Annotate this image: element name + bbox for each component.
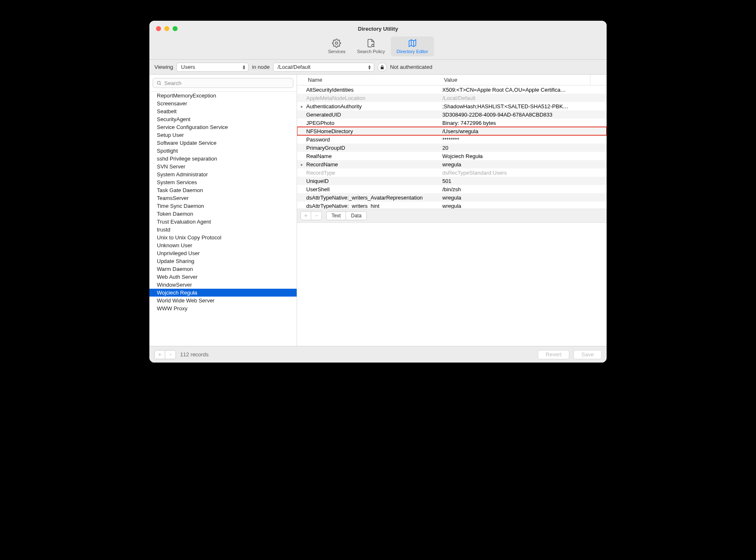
- close-window-button[interactable]: [156, 26, 161, 31]
- attribute-name: Password: [306, 136, 442, 143]
- detail-editor[interactable]: [297, 223, 607, 346]
- save-button[interactable]: Save: [573, 350, 602, 359]
- toolbar-item-search-policy[interactable]: Search Policy: [351, 37, 391, 56]
- list-item[interactable]: Time Sync Daemon: [149, 202, 297, 210]
- attribute-name: UserShell: [306, 186, 442, 192]
- attribute-name: JPEGPhoto: [306, 120, 442, 126]
- attribute-name: AltSecurityIdentities: [306, 87, 442, 93]
- list-item[interactable]: sshd Privilege separation: [149, 155, 297, 163]
- attribute-name: RealName: [306, 153, 442, 159]
- table-row[interactable]: ▸RecordNamewregula: [297, 160, 607, 168]
- attribute-name: RecordName: [306, 161, 442, 168]
- attribute-list[interactable]: AltSecurityIdentitiesX509:<T>CN=Apple Ro…: [297, 85, 607, 209]
- in-node-label: in node: [252, 64, 270, 70]
- toolbar-item-directory-editor[interactable]: Directory Editor: [391, 37, 434, 56]
- list-item[interactable]: SecurityAgent: [149, 115, 297, 123]
- attribute-value: wregula: [442, 161, 607, 168]
- user-list[interactable]: ReportMemoryExceptionScreensaverSeatbelt…: [149, 92, 297, 346]
- list-item[interactable]: Wojciech Reguła: [149, 289, 297, 297]
- search-input[interactable]: Search: [153, 78, 293, 88]
- column-header-name[interactable]: Name: [297, 77, 442, 83]
- table-row[interactable]: UniqueID501: [297, 177, 607, 185]
- lock-button[interactable]: [378, 63, 387, 72]
- list-item[interactable]: Web Auth Server: [149, 273, 297, 281]
- attribute-name: dsAttrTypeNative:_writers_hint: [306, 203, 442, 209]
- table-row[interactable]: RealNameWojciech Reguła: [297, 152, 607, 160]
- footer: ＋ － 112 records Revert Save: [149, 346, 607, 363]
- attribute-name: UniqueID: [306, 178, 442, 184]
- list-item[interactable]: Spotlight: [149, 147, 297, 155]
- list-item[interactable]: Screensaver: [149, 100, 297, 107]
- add-record-button[interactable]: ＋: [154, 350, 165, 359]
- zoom-window-button[interactable]: [173, 26, 178, 31]
- add-attribute-button[interactable]: ＋: [300, 211, 311, 220]
- svg-marker-2: [409, 40, 416, 47]
- list-item[interactable]: Warm Daemon: [149, 265, 297, 273]
- attribute-name: AuthenticationAuthority: [306, 103, 442, 110]
- list-item[interactable]: trustd: [149, 226, 297, 234]
- table-row[interactable]: dsAttrTypeNative:_writers_AvatarRepresen…: [297, 193, 607, 202]
- search-placeholder: Search: [164, 80, 181, 86]
- table-row[interactable]: AltSecurityIdentitiesX509:<T>CN=Apple Ro…: [297, 85, 607, 94]
- table-row[interactable]: ▸AuthenticationAuthority;ShadowHash;HASH…: [297, 102, 607, 110]
- attribute-name: RecordType: [306, 170, 442, 176]
- map-icon: [407, 38, 417, 48]
- list-item[interactable]: Token Daemon: [149, 210, 297, 218]
- list-item[interactable]: Seatbelt: [149, 107, 297, 115]
- table-row[interactable]: PrimaryGroupID20: [297, 144, 607, 152]
- list-item[interactable]: Setup User: [149, 131, 297, 139]
- list-item[interactable]: Unknown User: [149, 241, 297, 249]
- table-row[interactable]: JPEGPhotoBinary: 7472996 bytes: [297, 119, 607, 127]
- column-header-value[interactable]: Value: [442, 77, 590, 83]
- list-item[interactable]: Update Sharing: [149, 257, 297, 265]
- window: Directory Utility Services Search Policy…: [149, 21, 607, 363]
- disclosure-triangle-icon[interactable]: ▸: [297, 104, 306, 109]
- view-mode-data[interactable]: Data: [346, 211, 367, 220]
- list-item[interactable]: Unix to Unix Copy Protocol: [149, 234, 297, 241]
- list-item[interactable]: ReportMemoryException: [149, 92, 297, 100]
- list-item[interactable]: WWW Proxy: [149, 304, 297, 312]
- table-row[interactable]: GeneratedUID3D308490-22D8-4009-94AD-678A…: [297, 110, 607, 119]
- view-mode-text[interactable]: Text: [326, 211, 346, 220]
- revert-button[interactable]: Revert: [538, 350, 569, 359]
- table-row[interactable]: Password********: [297, 135, 607, 144]
- window-title: Directory Utility: [149, 26, 607, 32]
- node-select[interactable]: /Local/Default ▲▼: [273, 63, 374, 72]
- list-item[interactable]: Service Configuration Service: [149, 123, 297, 131]
- attribute-value: dsRecTypeStandard:Users: [442, 170, 607, 176]
- list-item[interactable]: TeamsServer: [149, 194, 297, 202]
- list-item[interactable]: Trust Evaluation Agent: [149, 218, 297, 226]
- column-header-actions: [590, 75, 607, 85]
- chevron-updown-icon: ▲▼: [239, 65, 246, 70]
- attribute-name: NFSHomeDirectory: [306, 128, 442, 134]
- disclosure-triangle-icon[interactable]: ▸: [297, 162, 306, 167]
- attribute-value: Wojciech Reguła: [442, 153, 607, 159]
- attribute-name: PrimaryGroupID: [306, 145, 442, 151]
- table-row[interactable]: UserShell/bin/zsh: [297, 185, 607, 193]
- minimize-window-button[interactable]: [164, 26, 169, 31]
- attribute-value: 3D308490-22D8-4009-94AD-678AA8CBD833: [442, 112, 607, 118]
- list-item[interactable]: System Services: [149, 178, 297, 186]
- list-item[interactable]: World Wide Web Server: [149, 297, 297, 304]
- list-item[interactable]: Unprivileged User: [149, 249, 297, 257]
- search-icon: [156, 80, 162, 86]
- remove-attribute-button[interactable]: －: [311, 211, 322, 220]
- list-item[interactable]: Software Update Service: [149, 139, 297, 147]
- toolbar-item-services[interactable]: Services: [322, 37, 351, 56]
- list-item[interactable]: WindowServer: [149, 281, 297, 289]
- attribute-value: wregula: [442, 203, 607, 209]
- table-row[interactable]: RecordTypedsRecTypeStandard:Users: [297, 168, 607, 177]
- remove-record-button[interactable]: －: [165, 350, 176, 359]
- list-item[interactable]: SVN Server: [149, 163, 297, 170]
- viewing-select[interactable]: Users ▲▼: [176, 63, 249, 72]
- list-item[interactable]: System Administrator: [149, 170, 297, 178]
- attribute-value: wregula: [442, 195, 607, 201]
- toolbar-label: Search Policy: [357, 49, 385, 54]
- attribute-value: /Local/Default: [442, 95, 607, 101]
- table-row[interactable]: dsAttrTypeNative:_writers_hintwregula: [297, 202, 607, 209]
- toolbar-label: Directory Editor: [397, 49, 428, 54]
- table-row[interactable]: NFSHomeDirectory/Users/wregula: [297, 127, 607, 135]
- list-item[interactable]: Task Gate Daemon: [149, 186, 297, 194]
- table-row[interactable]: AppleMetaNodeLocation/Local/Default: [297, 94, 607, 102]
- titlebar: Directory Utility: [149, 21, 607, 37]
